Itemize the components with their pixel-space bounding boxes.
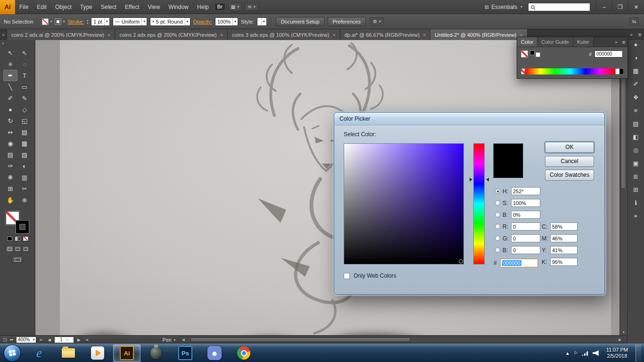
tab-coins-2-adx-eps[interactable]: coins 2 adx.eps @ 200% (CMYK/Preview) × [115,29,228,40]
minimize-button[interactable]: – [596,0,612,14]
ok-button[interactable]: OK [545,142,594,153]
discord-button[interactable]: ☻ [201,345,228,362]
zoom-tool[interactable]: ⊕ [17,194,32,206]
hex-input[interactable]: 000000 [500,259,538,267]
selection-tool[interactable]: ↖ [3,47,17,58]
tab-overflow-icon[interactable]: » [627,29,636,40]
direct-selection-tool[interactable]: ⇖ [17,47,32,58]
only-web-colors-checkbox[interactable] [344,273,350,279]
tab-coins-3-adx-eps[interactable]: coins 3 adx.eps @ 100% (CMYK/Preview) × [228,29,340,40]
start-button[interactable] [4,345,21,362]
rectangle-tool[interactable]: ▭ [17,81,32,92]
stroke-label[interactable]: Stroke: [67,19,84,25]
color-button[interactable] [6,236,13,242]
spectrum-black-swatch[interactable] [619,68,624,74]
tab-untitled-2[interactable]: Untitled-2* @ 400% (RGB/Preview) × [430,29,528,40]
type-tool[interactable]: T [17,70,32,81]
control-bar-menu-button[interactable]: ⇆ [629,17,639,25]
value-input[interactable]: 0% [511,211,540,219]
screen-mode-button[interactable] [12,256,23,263]
dock-collapse-left-icon[interactable]: « [0,29,7,40]
dock-transparency-icon[interactable]: ◧ [630,132,642,142]
stepper-down-icon[interactable]: ▾ [87,22,88,25]
status-popup-icon[interactable]: ▸ [174,337,176,342]
previous-artboard-icon[interactable]: ◀ [47,337,52,342]
color-field[interactable] [344,143,464,264]
restore-button[interactable]: ❐ [612,0,628,14]
white-swatch[interactable] [536,52,540,57]
tab-close-icon[interactable]: × [423,32,426,38]
color-swatches-button[interactable]: Color Swatches [545,170,594,181]
dialog-title[interactable]: Color Picker [334,113,604,125]
dock-brushes-icon[interactable]: ✐ [630,79,642,90]
color-field-marker[interactable] [459,259,463,263]
scroll-left-icon[interactable]: ◀ [181,338,186,342]
scroll-right-icon[interactable]: ▶ [617,338,623,342]
paintbrush-tool[interactable]: ✐ [3,92,17,104]
internet-explorer-button[interactable]: e [25,345,53,362]
value-input[interactable]: 58% [550,222,578,230]
menu-select[interactable]: Select [97,0,121,14]
dock-color-guide-icon[interactable]: ◑ [630,52,642,63]
line-segment-tool[interactable]: ╲ [3,81,17,92]
artboard-number-select[interactable]: 1 ▾ [54,337,74,343]
mesh-tool[interactable]: ▤ [3,149,17,160]
clock[interactable]: 11:07 PM 2/5/2018 [603,347,632,359]
status-misc-icon-2[interactable]: ➦ [9,337,13,342]
panel-hex-input[interactable]: 000000 [594,50,623,58]
pencil-tool[interactable]: ✎ [17,92,32,104]
hue-slider-left-arrow-icon[interactable] [470,178,472,181]
fill-color-button[interactable]: ▾ [42,18,52,25]
hand-tool[interactable]: ✋ [3,194,17,206]
draw-behind-button[interactable] [14,246,22,252]
opacity-label[interactable]: Opacity: [193,19,212,25]
next-artboard-icon[interactable]: ▶ [76,337,82,342]
pen-tool[interactable]: ✒ [3,70,17,81]
value-input[interactable]: 0 [511,246,540,254]
value-input[interactable]: 100% [511,199,540,207]
scale-tool[interactable]: ◱ [17,115,32,126]
preferences-button[interactable]: Preferences [328,17,366,26]
media-player-button[interactable] [84,345,111,362]
horizontal-scroll-thumb[interactable] [190,337,410,342]
menu-file[interactable]: File [15,0,33,14]
value-input[interactable]: 46% [550,234,578,242]
blend-tool[interactable]: ◐ [17,160,32,172]
workspace-switcher[interactable]: ▧ Essentials ▾ [485,4,522,10]
menu-window[interactable]: Window [164,0,193,14]
panel-overflow-icon[interactable]: » [612,37,620,47]
symbol-sprayer-tool[interactable]: ❋ [3,172,17,183]
dock-swatches-icon[interactable]: ▦ [630,66,642,76]
zoom-level-select[interactable]: 400% ▾ [16,337,37,343]
toolbar-collapse-icon[interactable]: « [0,40,35,46]
artboard-tool[interactable]: ⊞ [3,183,17,194]
rotate-tool[interactable]: ↻ [3,115,17,126]
field-radio[interactable] [495,247,500,253]
close-button[interactable]: ✕ [628,0,644,14]
scroll-down-icon[interactable]: ▼ [622,329,625,335]
arrange-documents-button[interactable]: ▦ ▾ [228,3,242,11]
file-explorer-button[interactable] [55,345,82,362]
field-radio[interactable] [495,236,500,241]
show-desktop-button[interactable] [636,345,641,362]
menu-view[interactable]: View [144,0,165,14]
shape-builder-tool[interactable]: ◉ [3,138,17,149]
gradient-tool[interactable]: ▨ [17,149,32,160]
spectrum-white-swatch[interactable] [615,68,619,74]
first-artboard-icon[interactable]: ⇤ [39,337,44,342]
dock-symbols-icon[interactable]: ❖ [630,92,642,103]
last-artboard-icon[interactable]: ⇥ [84,337,90,342]
draw-normal-button[interactable] [6,246,14,252]
illustrator-taskbar-button[interactable]: Ai [113,345,140,362]
chrome-button[interactable] [230,345,257,362]
magic-wand-tool[interactable]: ✳ [3,58,17,70]
bridge-button[interactable]: Br [215,3,225,11]
eyedropper-tool[interactable]: ✑ [3,160,17,172]
horizontal-scroll-track[interactable] [186,337,617,342]
search-input[interactable] [528,3,590,11]
tab-close-icon[interactable]: × [107,32,110,38]
menu-help[interactable]: Help [193,0,213,14]
dock-appearance-icon[interactable]: ◎ [630,145,642,156]
gradient-button[interactable] [14,236,21,242]
field-radio[interactable] [495,189,500,194]
